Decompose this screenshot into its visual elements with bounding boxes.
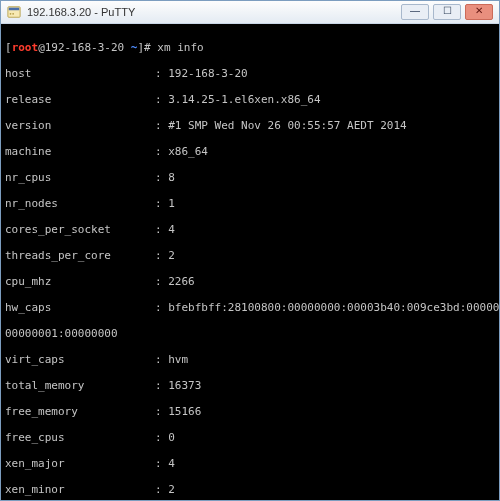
kv-machine: machine: x86_64 bbox=[5, 145, 497, 158]
kv-nr-nodes: nr_nodes: 1 bbox=[5, 197, 497, 210]
putty-window: 192.168.3.20 - PuTTY — ☐ ✕ [root@192-168… bbox=[0, 0, 500, 501]
kv-virt-caps: virt_caps: hvm bbox=[5, 353, 497, 366]
terminal[interactable]: [root@192-168-3-20 ~]# xm info host: 192… bbox=[1, 24, 499, 500]
maximize-button[interactable]: ☐ bbox=[433, 4, 461, 20]
kv-xen-minor: xen_minor: 2 bbox=[5, 483, 497, 496]
window-title: 192.168.3.20 - PuTTY bbox=[27, 6, 135, 18]
svg-point-3 bbox=[12, 13, 14, 15]
kv-hw-caps: hw_caps: bfebfbff:28100800:00000000:0000… bbox=[5, 301, 497, 314]
kv-free-memory: free_memory: 15166 bbox=[5, 405, 497, 418]
minimize-button[interactable]: — bbox=[401, 4, 429, 20]
kv-nr-cpus: nr_cpus: 8 bbox=[5, 171, 497, 184]
putty-icon bbox=[7, 5, 21, 19]
kv-free-cpus: free_cpus: 0 bbox=[5, 431, 497, 444]
kv-release: release: 3.14.25-1.el6xen.x86_64 bbox=[5, 93, 497, 106]
kv-hw-caps-2: 00000001:00000000 bbox=[5, 327, 497, 340]
kv-xen-major: xen_major: 4 bbox=[5, 457, 497, 470]
kv-cores-per-socket: cores_per_socket: 4 bbox=[5, 223, 497, 236]
prompt-line-1: [root@192-168-3-20 ~]# xm info bbox=[5, 41, 497, 54]
titlebar[interactable]: 192.168.3.20 - PuTTY — ☐ ✕ bbox=[1, 1, 499, 24]
kv-version: version: #1 SMP Wed Nov 26 00:55:57 AEDT… bbox=[5, 119, 497, 132]
kv-threads-per-core: threads_per_core: 2 bbox=[5, 249, 497, 262]
kv-cpu-mhz: cpu_mhz: 2266 bbox=[5, 275, 497, 288]
close-button[interactable]: ✕ bbox=[465, 4, 493, 20]
svg-rect-1 bbox=[9, 8, 20, 11]
kv-host: host: 192-168-3-20 bbox=[5, 67, 497, 80]
kv-total-memory: total_memory: 16373 bbox=[5, 379, 497, 392]
cmd-xm-info: xm info bbox=[157, 41, 203, 54]
svg-point-2 bbox=[10, 13, 12, 15]
